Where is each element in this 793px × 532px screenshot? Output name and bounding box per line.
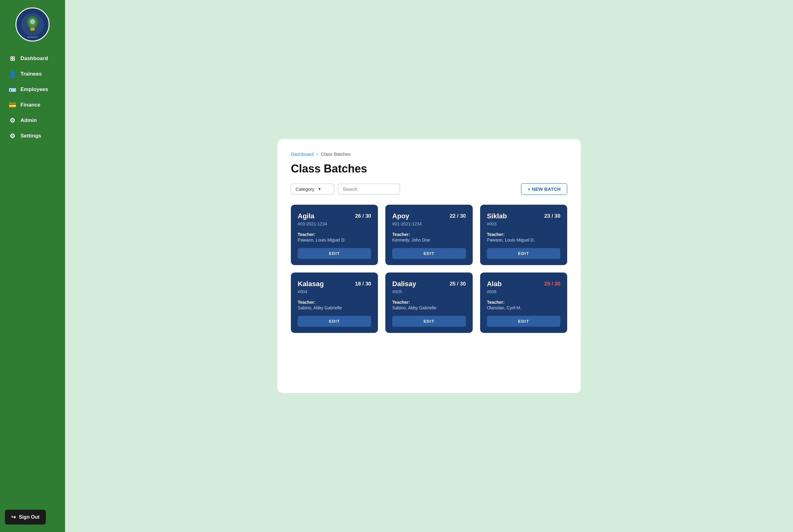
batch-card-header: Alab 29 / 30	[487, 280, 560, 288]
batch-teacher-name: Sabino, Abby Gabrielle	[298, 305, 371, 310]
breadcrumb-current: Class Batches	[321, 151, 351, 157]
batch-card-header: Apoy 22 / 30	[392, 212, 466, 220]
edit-button[interactable]: EDIT	[487, 316, 560, 327]
sidebar-nav: ⊞ Dashboard 👤 Trainees 🪪 Employees 💳 Fin…	[0, 48, 65, 510]
batch-grid: Agila 26 / 30 #03-2021-1234 Teacher: Paw…	[291, 205, 567, 333]
svg-rect-5	[30, 27, 35, 31]
batch-card-agila: Agila 26 / 30 #03-2021-1234 Teacher: Paw…	[291, 205, 378, 265]
batch-card-header: Kalasag 18 / 30	[298, 280, 371, 288]
breadcrumb-dashboard[interactable]: Dashboard	[291, 151, 314, 157]
finance-icon: 💳	[9, 101, 16, 109]
batch-teacher-label: Teacher:	[487, 232, 560, 237]
batch-count: 23 / 30	[544, 213, 560, 219]
trainees-icon: 👤	[9, 70, 16, 78]
main-content: Dashboard > Class Batches Class Batches …	[65, 0, 793, 532]
batch-id: #006	[487, 289, 560, 294]
breadcrumb-separator: >	[316, 152, 318, 156]
category-dropdown[interactable]: Category ▼	[291, 184, 334, 194]
batch-name: Apoy	[392, 212, 409, 220]
batch-count: 18 / 30	[355, 281, 371, 287]
employees-icon: 🪪	[9, 86, 16, 93]
batch-name: Agila	[298, 212, 315, 220]
category-label: Category	[296, 186, 315, 192]
batch-id: #005	[392, 289, 466, 294]
search-input[interactable]	[338, 184, 400, 194]
sidebar-label-settings: Settings	[20, 133, 41, 139]
edit-button[interactable]: EDIT	[298, 248, 371, 259]
sidebar-item-finance[interactable]: 💳 Finance	[0, 97, 65, 113]
batch-name: Alab	[487, 280, 502, 288]
batch-card-header: Siklab 23 / 30	[487, 212, 560, 220]
batch-id: #003	[487, 222, 560, 226]
svg-text:UNIVERSITY: UNIVERSITY	[27, 36, 38, 38]
batch-count: 25 / 30	[450, 281, 466, 287]
sidebar-item-dashboard[interactable]: ⊞ Dashboard	[0, 51, 65, 66]
edit-button[interactable]: EDIT	[298, 316, 371, 327]
batch-teacher-name: Kennedy, John Doe	[392, 238, 466, 243]
batch-card-dalisay: Dalisay 25 / 30 #005 Teacher: Sabino, Ab…	[385, 272, 472, 333]
batch-name: Siklab	[487, 212, 507, 220]
batch-card-siklab: Siklab 23 / 30 #003 Teacher: Pawaon, Lou…	[480, 205, 567, 265]
sidebar: UNIVERSITY ⊞ Dashboard 👤 Trainees 🪪 Empl…	[0, 0, 65, 532]
dashboard-icon: ⊞	[9, 55, 16, 62]
batch-teacher-name: Olanolan, Cyril M.	[487, 305, 560, 310]
sidebar-item-admin[interactable]: ⚙ Admin	[0, 113, 65, 128]
svg-point-4	[30, 19, 35, 24]
logo: UNIVERSITY	[16, 7, 50, 41]
batch-teacher-label: Teacher:	[298, 232, 371, 237]
chevron-down-icon: ▼	[318, 187, 322, 191]
sidebar-item-settings[interactable]: ⚙ Settings	[0, 128, 65, 144]
batch-teacher-name: Sabino, Abby Gabrielle	[392, 305, 466, 310]
sidebar-item-trainees[interactable]: 👤 Trainees	[0, 66, 65, 82]
batch-name: Dalisay	[392, 280, 416, 288]
toolbar: Category ▼ + NEW BATCH	[291, 183, 567, 195]
batch-teacher-name: Pawaon, Louis Miguel D.	[298, 238, 371, 243]
batch-count: 29 / 30	[544, 281, 560, 287]
settings-icon: ⚙	[9, 132, 16, 140]
sidebar-item-employees[interactable]: 🪪 Employees	[0, 82, 65, 97]
sidebar-label-dashboard: Dashboard	[20, 55, 48, 62]
batch-card-kalasag: Kalasag 18 / 30 #004 Teacher: Sabino, Ab…	[291, 272, 378, 333]
logo-wrap: UNIVERSITY	[0, 0, 65, 48]
sidebar-label-trainees: Trainees	[20, 71, 42, 77]
batch-teacher-name: Pawaon, Louis Miguel D.	[487, 238, 560, 243]
batch-id: #03-2021-1234	[298, 222, 371, 226]
admin-icon: ⚙	[9, 117, 16, 124]
batch-teacher-label: Teacher:	[298, 300, 371, 305]
new-batch-button[interactable]: + NEW BATCH	[521, 183, 567, 195]
sidebar-label-finance: Finance	[20, 102, 40, 108]
batch-count: 26 / 30	[355, 213, 371, 219]
batch-card-apoy: Apoy 22 / 30 #01-2021-1234 Teacher: Kenn…	[385, 205, 472, 265]
signout-button[interactable]: ↪ Sign Out	[5, 510, 46, 525]
signout-icon: ↪	[11, 514, 16, 520]
edit-button[interactable]: EDIT	[392, 248, 466, 259]
sidebar-label-admin: Admin	[20, 117, 37, 124]
batch-id: #01-2021-1234	[392, 222, 466, 226]
page-title: Class Batches	[291, 162, 567, 175]
batch-teacher-label: Teacher:	[392, 232, 466, 237]
edit-button[interactable]: EDIT	[392, 316, 466, 327]
batch-card-header: Agila 26 / 30	[298, 212, 371, 220]
batch-teacher-label: Teacher:	[487, 300, 560, 305]
batch-card-header: Dalisay 25 / 30	[392, 280, 466, 288]
batch-name: Kalasag	[298, 280, 324, 288]
signout-label: Sign Out	[19, 514, 40, 520]
breadcrumb: Dashboard > Class Batches	[291, 151, 567, 157]
batch-count: 22 / 30	[450, 213, 466, 219]
sidebar-label-employees: Employees	[20, 87, 48, 93]
edit-button[interactable]: EDIT	[487, 248, 560, 259]
content-card: Dashboard > Class Batches Class Batches …	[277, 139, 581, 393]
batch-id: #004	[298, 289, 371, 294]
batch-teacher-label: Teacher:	[392, 300, 466, 305]
batch-card-alab: Alab 29 / 30 #006 Teacher: Olanolan, Cyr…	[480, 272, 567, 333]
